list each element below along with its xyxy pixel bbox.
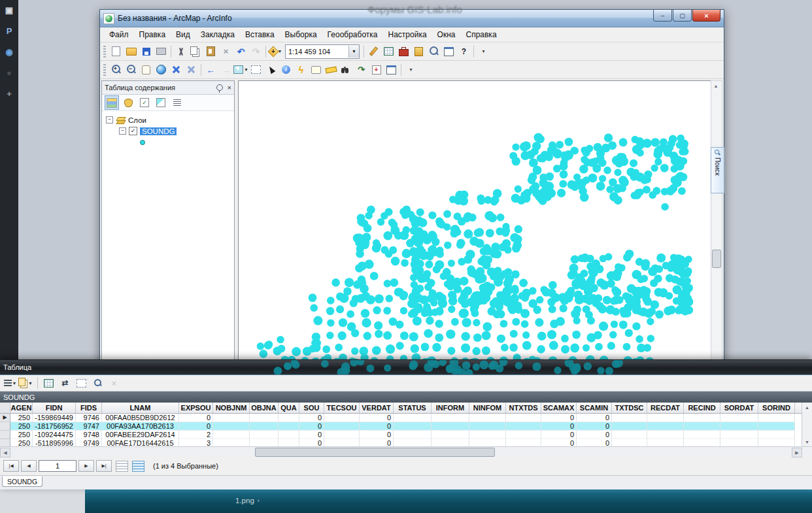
row-selector-cell[interactable]: ▶ xyxy=(0,414,10,422)
chevron-down-icon[interactable]: ▼ xyxy=(244,67,248,72)
table-cell[interactable] xyxy=(612,414,647,422)
table-cell[interactable]: 0 xyxy=(299,422,324,431)
table-cell[interactable]: -181756952 xyxy=(33,422,76,431)
menu-item[interactable]: Правка xyxy=(134,29,171,41)
toc-symbol-row[interactable] xyxy=(106,137,234,148)
list-by-selection-button[interactable] xyxy=(154,95,168,110)
table-cell[interactable]: 0 xyxy=(577,439,612,446)
scroll-up-icon[interactable]: ▲ xyxy=(711,81,720,90)
record-number-input[interactable]: 1 xyxy=(39,460,76,472)
zoom-out-tool[interactable]: − xyxy=(124,62,139,77)
table-cell[interactable] xyxy=(431,414,469,422)
table-cell[interactable] xyxy=(394,439,431,446)
column-header[interactable]: TXTDSC xyxy=(612,403,647,413)
viewer-window-button[interactable] xyxy=(384,62,399,77)
attachment-link[interactable]: 1.png › xyxy=(235,497,260,505)
toc-options-button[interactable] xyxy=(170,95,184,110)
table-cell[interactable] xyxy=(250,431,279,439)
menu-item[interactable]: Геообработка xyxy=(322,29,383,41)
toc-layer-label[interactable]: SOUNDG xyxy=(140,127,177,135)
table-cell[interactable] xyxy=(758,414,795,422)
close-button[interactable]: × xyxy=(692,10,720,22)
table-cell[interactable] xyxy=(279,414,299,422)
table-cell[interactable] xyxy=(213,431,250,439)
table-cell[interactable]: 0 xyxy=(179,422,213,431)
select-by-attributes-button[interactable] xyxy=(41,376,56,391)
pan-tool[interactable] xyxy=(139,62,154,77)
table-cell[interactable]: 00FA93AA170B2613 xyxy=(102,422,179,431)
table-cell[interactable] xyxy=(324,422,360,431)
open-button[interactable] xyxy=(124,44,139,59)
grid-horizontal-scrollbar[interactable]: ◀ ▶ xyxy=(0,446,812,457)
column-header[interactable]: SCAMIN xyxy=(577,403,612,413)
table-cell[interactable]: 0 xyxy=(360,431,394,439)
table-cell[interactable] xyxy=(394,414,431,422)
table-cell[interactable] xyxy=(213,422,250,431)
search-window-button[interactable] xyxy=(426,44,441,59)
scroll-left-icon[interactable]: ◀ xyxy=(0,448,10,457)
go-to-xy-button[interactable]: + xyxy=(369,62,384,77)
clear-selection-button[interactable] xyxy=(248,62,263,77)
table-cell[interactable] xyxy=(647,431,684,439)
find-button[interactable] xyxy=(339,62,354,77)
table-cell[interactable]: 0 xyxy=(179,414,213,422)
row-selector-cell[interactable] xyxy=(0,422,10,431)
column-header[interactable]: TECSOU xyxy=(324,403,360,413)
table-cell[interactable] xyxy=(324,431,360,439)
identify-tool[interactable]: i xyxy=(279,62,294,77)
table-row[interactable]: ▶250-159869449974600FAA0B5DB9D261200000 xyxy=(0,414,812,422)
table-cell[interactable] xyxy=(720,414,758,422)
messenger-app-icon[interactable]: ◉ xyxy=(3,46,15,58)
menu-item[interactable]: Файл xyxy=(104,29,134,41)
scroll-down-icon[interactable]: ▼ xyxy=(803,437,812,446)
table-cell[interactable] xyxy=(213,414,250,422)
map-canvas[interactable] xyxy=(238,80,712,367)
table-cell[interactable] xyxy=(720,422,758,431)
menu-item[interactable]: Вставка xyxy=(240,29,280,41)
select-features-tool[interactable]: ▼ xyxy=(233,62,248,77)
add-app-icon[interactable]: + xyxy=(3,88,15,99)
column-header[interactable]: LNAM xyxy=(102,403,179,413)
toc-close-icon[interactable]: × xyxy=(228,84,231,91)
new-document-button[interactable] xyxy=(109,44,124,59)
record-app-icon[interactable]: ● xyxy=(3,67,15,78)
copy-button[interactable] xyxy=(188,44,203,59)
maximize-button[interactable]: ▢ xyxy=(673,10,692,22)
column-header[interactable]: FIDN xyxy=(33,403,76,413)
table-cell[interactable]: 0 xyxy=(541,439,577,446)
save-button[interactable] xyxy=(139,44,154,59)
table-cell[interactable] xyxy=(279,422,299,431)
table-cell[interactable] xyxy=(431,431,469,439)
minimize-button[interactable]: – xyxy=(653,10,672,22)
column-header[interactable]: SORDAT xyxy=(720,403,758,413)
menu-item[interactable]: Окна xyxy=(432,29,461,41)
table-cell[interactable]: 00FAE17D16442615 xyxy=(102,439,179,446)
viewer-window-button[interactable] xyxy=(441,44,456,59)
back-extent-button[interactable]: ← xyxy=(203,62,218,77)
scroll-right-icon[interactable]: ▶ xyxy=(792,448,802,457)
column-header[interactable]: FIDS xyxy=(76,403,102,413)
table-cell[interactable]: 0 xyxy=(299,414,324,422)
table-cell[interactable] xyxy=(684,422,720,431)
map-scale-combo[interactable]: 1:14 459 104▼ xyxy=(285,44,360,59)
table-cell[interactable] xyxy=(720,431,758,439)
table-options-button[interactable]: ▼ xyxy=(3,376,18,391)
delete-selected-button[interactable]: × xyxy=(107,376,122,391)
cut-button[interactable] xyxy=(173,44,188,59)
scroll-up-icon[interactable]: ▲ xyxy=(803,403,812,412)
table-cell[interactable] xyxy=(324,439,360,446)
table-cell[interactable]: 250 xyxy=(10,439,33,446)
table-cell[interactable] xyxy=(684,431,720,439)
table-cell[interactable]: -159869449 xyxy=(33,414,76,422)
table-cell[interactable] xyxy=(469,439,506,446)
table-cell[interactable] xyxy=(647,439,684,446)
column-header[interactable]: NOBJNM xyxy=(213,403,250,413)
collapse-icon[interactable]: − xyxy=(106,116,113,124)
table-cell[interactable]: 0 xyxy=(577,431,612,439)
full-extent-button[interactable] xyxy=(154,62,169,77)
table-cell[interactable]: 3 xyxy=(179,439,213,446)
table-cell[interactable]: 0 xyxy=(360,414,394,422)
column-header[interactable]: QUA xyxy=(279,403,299,413)
table-cell[interactable]: 0 xyxy=(541,422,577,431)
column-header[interactable]: NTXTDS xyxy=(506,403,541,413)
